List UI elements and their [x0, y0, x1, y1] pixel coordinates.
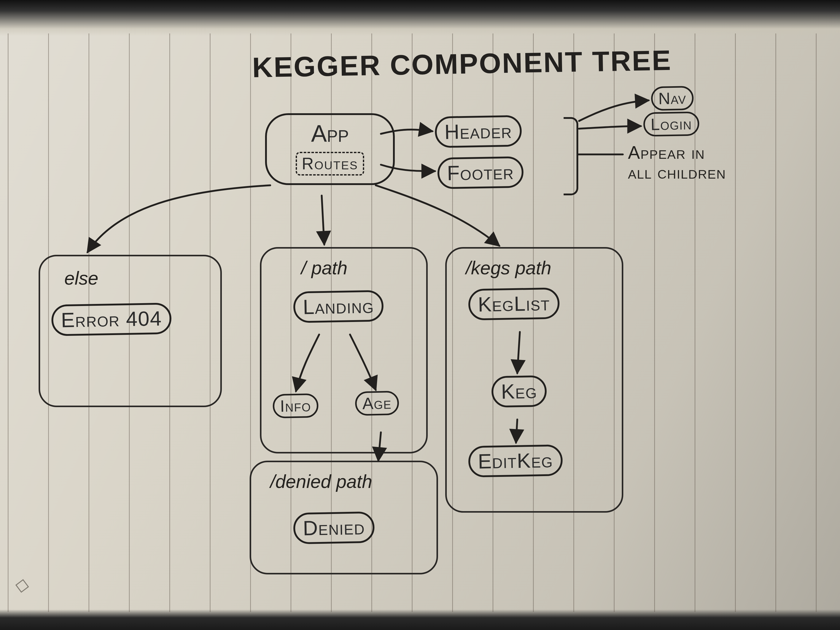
node-nav: Nav [651, 86, 694, 111]
node-landing: Landing [293, 290, 384, 323]
bracket-header-footer [564, 117, 578, 195]
node-editkeg: EditKeg [468, 444, 563, 477]
node-denied: Denied [293, 512, 375, 544]
node-info: Info [273, 393, 318, 418]
group-kegs-label: /kegs path [466, 257, 551, 278]
node-app: App Routes [265, 113, 395, 185]
group-denied-label: /denied path [270, 471, 372, 492]
diagram-title: KEGGER COMPONENT TREE [252, 45, 672, 82]
group-root-label: / path [301, 257, 347, 278]
group-else-label: else [64, 268, 98, 289]
node-keglist: KegList [468, 287, 560, 321]
node-keg: Keg [491, 375, 547, 407]
node-header: Header [435, 115, 522, 148]
node-login: Login [643, 111, 699, 137]
annotation-appear-in-all: Appear in all children [628, 143, 726, 182]
notebook-page: KEGGER COMPONENT TREE App Routes Header … [0, 0, 840, 630]
node-app-label: App [277, 120, 383, 147]
node-footer: Footer [437, 156, 524, 189]
node-app-routes: Routes [296, 152, 364, 175]
node-error404: Error 404 [51, 303, 172, 336]
node-age: Age [355, 391, 399, 416]
notebook-logo-icon: ◇ [14, 573, 31, 596]
